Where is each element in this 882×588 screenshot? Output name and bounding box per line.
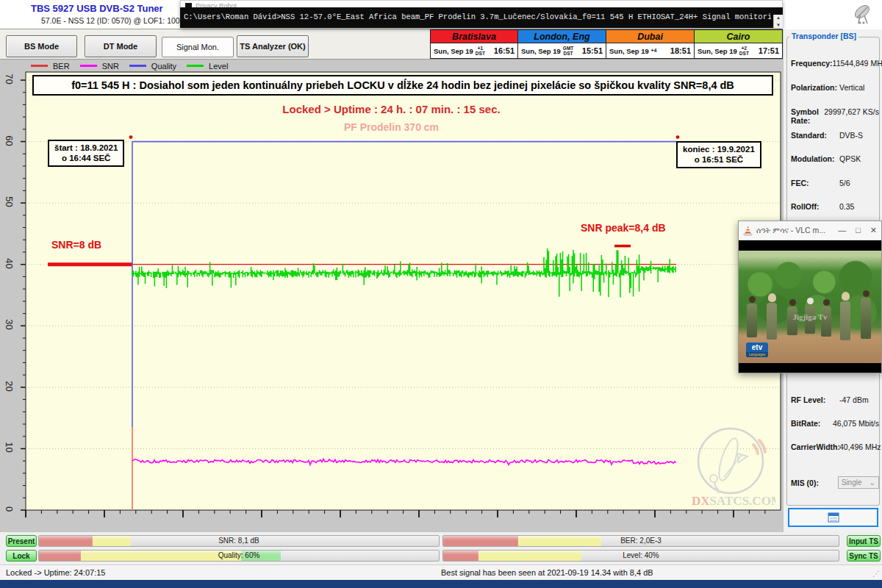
standard-value: DVB-S — [839, 131, 863, 140]
background-window-title: Privacy Robot — [196, 2, 237, 7]
clock-time: 18:51 — [670, 46, 691, 55]
transport-stream-button[interactable] — [788, 508, 878, 527]
y-axis-tick-label: 40 — [4, 256, 15, 270]
clock-date: Sun, Sep 19 — [521, 47, 561, 55]
world-clocks: Bratislava Sun, Sep 19 +1DST 16:51 Londo… — [430, 29, 783, 59]
command-prompt-scrollbar[interactable]: ▲ ▼ — [773, 15, 783, 28]
video-person — [839, 292, 852, 348]
clock-bratislava: Bratislava Sun, Sep 19 +1DST 16:51 — [430, 29, 518, 59]
rf-level-label: RF Level: — [791, 395, 839, 404]
clock-date: Sun, Sep 19 — [434, 47, 473, 55]
clock-date: Sun, Sep 19 — [698, 47, 737, 55]
carrier-width-value: 40,496 MHz — [839, 442, 881, 451]
level-bar: Level: 40% — [442, 550, 839, 562]
clock-dst: DST — [564, 51, 573, 56]
y-axis-tick-label: 70 — [4, 72, 15, 87]
signal-chart: BER SNR Quality Level 706050403020100 f0… — [0, 59, 783, 533]
transponder-groupbox-label: Transponder [BS] — [789, 32, 858, 40]
frequency-label: Frequency: — [791, 59, 833, 68]
symbol-rate-value: 29997,627 KS/s — [824, 107, 879, 125]
ts-analyzer-button[interactable]: TS Analyzer (OK) — [237, 35, 309, 57]
lock-button[interactable]: Lock — [6, 550, 37, 562]
fec-label: FEC: — [791, 179, 839, 187]
chevron-down-icon: ⌄ — [870, 478, 875, 487]
tuner-title: TBS 5927 USB DVB-S2 Tuner — [31, 3, 163, 14]
clock-time: 15:51 — [582, 46, 603, 55]
command-prompt-window[interactable]: Privacy Robot C:\Users\Roman Dávid>NSS 1… — [180, 0, 783, 28]
snr-peak-label: SNR peak=8,4 dB — [581, 222, 666, 234]
fec-value: 5/6 — [839, 179, 850, 187]
clock-city: Cairo — [695, 30, 782, 43]
vlc-window[interactable]: ሰዓት ምሳና - VLC m... — □ ✕ Jigjiga Tv etv … — [738, 220, 882, 373]
rolloff-label: RollOff: — [791, 202, 839, 211]
uptime-annotation: Locked > Uptime : 24 h. : 07 min. : 15 s… — [0, 103, 783, 115]
symbol-rate-label: Symbol Rate: — [791, 107, 824, 125]
clock-city: Dubai — [606, 30, 694, 43]
etv-logo-text: etv — [746, 343, 768, 352]
frequency-value: 11544,849 MHz — [833, 59, 882, 68]
lock-uptime-status: Locked -> Uptime: 24:07:15 — [6, 568, 105, 577]
vlc-cone-icon — [743, 226, 753, 236]
snr-bar-label: SNR: 8,1 dB — [39, 537, 439, 545]
clock-london: London, Eng Sun, Sep 19 GMTDST 15:51 — [518, 29, 606, 59]
polarization-label: Polarization: — [791, 83, 839, 92]
video-person — [746, 296, 758, 345]
modulation-value: QPSK — [839, 154, 861, 163]
command-prompt-body: C:\Users\Roman Dávid>NSS 12-57.0°E_East … — [180, 7, 783, 28]
bitrate-label: BitRate: — [791, 419, 833, 428]
y-axis-tick-label: 50 — [4, 195, 15, 209]
vlc-video-area[interactable]: Jigjiga Tv etv Languages — [739, 240, 881, 373]
etv-logo: etv Languages — [746, 343, 768, 357]
clock-dst: DST — [476, 51, 485, 56]
close-button[interactable]: ✕ — [870, 226, 877, 235]
clock-city: London, Eng — [518, 30, 606, 43]
quality-bar: Quality: 60% — [38, 550, 440, 562]
scroll-up-icon[interactable]: ▲ — [776, 15, 781, 22]
clock-cairo: Cairo Sun, Sep 19 +2DST 17:51 — [695, 29, 783, 59]
mis-selected-value: Single — [842, 478, 862, 487]
sync-ts-button[interactable]: Sync TS — [847, 550, 881, 562]
mis-label: MIS (0): — [791, 478, 838, 487]
modulation-label: Modulation: — [791, 154, 839, 163]
clock-offset: +1 — [478, 46, 483, 51]
start-annotation: štart : 18.9.2021 o 16:44 SEČ — [48, 140, 124, 167]
best-signal-status: Best signal has been seen at 2021-09-19 … — [441, 568, 653, 577]
input-ts-button[interactable]: Input TS — [847, 535, 881, 547]
maximize-button[interactable]: □ — [856, 226, 861, 235]
ber-bar-label: BER: 2,0E-3 — [443, 537, 839, 545]
mis-dropdown[interactable]: Single ⌄ — [838, 476, 879, 489]
bitrate-value: 46,075 Mbit/s — [833, 419, 879, 428]
clock-time: 16:51 — [494, 46, 514, 55]
start-time: o 16:44 SEČ — [54, 153, 118, 163]
polarization-value: Vertical — [839, 83, 864, 92]
video-watermark: Jigjiga Tv — [792, 312, 827, 321]
etv-logo-subtext: Languages — [746, 352, 768, 357]
screen: TBS 5927 USB DVB-S2 Tuner 57.0E - NSS 12… — [0, 0, 882, 588]
clock-time: 17:51 — [759, 46, 779, 55]
dt-mode-button[interactable]: DT Mode — [85, 35, 157, 57]
snr-bar: SNR: 8,1 dB — [38, 535, 440, 547]
clock-dst: DST — [739, 51, 749, 56]
y-axis-tick-label: 0 — [4, 502, 15, 517]
end-date: koniec : 19.9.2021 — [683, 144, 755, 154]
stream-list-icon — [828, 512, 839, 523]
top-right-area — [783, 0, 882, 29]
bs-mode-button[interactable]: BS Mode — [6, 35, 77, 57]
minimize-button[interactable]: — — [838, 226, 846, 235]
start-date: štart : 18.9.2021 — [54, 143, 118, 153]
resize-grip[interactable]: ⋰ — [872, 570, 880, 578]
end-annotation: koniec : 19.9.2021 o 16:51 SEČ — [676, 141, 761, 168]
dxsatcs-watermark: DXSATCS.COM — [686, 424, 775, 509]
chart-title: f0=11 545 H : Dosiahol som jeden kontinu… — [32, 75, 773, 96]
y-axis-tick-label: 10 — [4, 440, 15, 455]
signal-mon-button[interactable]: Signal Mon. — [162, 37, 234, 57]
level-bar-label: Level: 40% — [443, 551, 839, 559]
vlc-titlebar[interactable]: ሰዓት ምሳና - VLC m... — □ ✕ — [739, 221, 881, 240]
dish-annotation: PF Prodelin 370 cm — [0, 121, 783, 133]
clock-offset: +4 — [651, 48, 656, 53]
clock-dubai: Dubai Sun, Sep 19 +4 18:51 — [606, 29, 695, 59]
ber-bar: BER: 2,0E-3 — [442, 535, 839, 547]
clock-date: Sun, Sep 19 — [609, 47, 649, 55]
scroll-down-icon[interactable]: ▼ — [776, 22, 781, 29]
present-button[interactable]: Present — [6, 535, 37, 547]
